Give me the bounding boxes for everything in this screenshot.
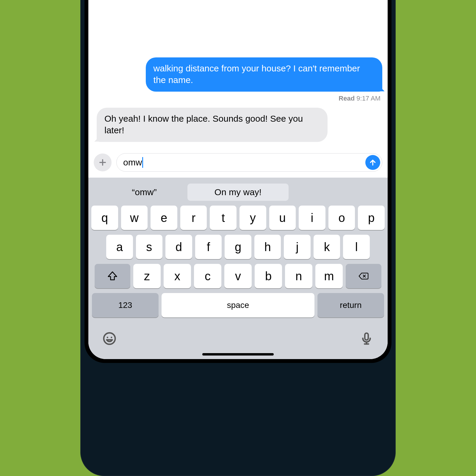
- suggestion-bar: “omw” On my way!: [91, 181, 385, 206]
- key-v[interactable]: v: [224, 264, 252, 288]
- message-sent[interactable]: walking distance from your house? I can'…: [146, 57, 382, 92]
- key-s[interactable]: s: [136, 235, 163, 259]
- backspace-key[interactable]: [346, 264, 381, 288]
- key-e[interactable]: e: [151, 206, 177, 230]
- key-k[interactable]: k: [314, 235, 340, 259]
- key-l[interactable]: l: [343, 235, 370, 259]
- svg-point-1: [107, 337, 108, 338]
- svg-point-0: [104, 333, 115, 344]
- key-f[interactable]: f: [195, 235, 222, 259]
- key-p[interactable]: p: [358, 206, 385, 230]
- phone-bezel: walking distance from your house? I can'…: [84, 0, 392, 363]
- key-y[interactable]: y: [239, 206, 266, 230]
- read-receipt: Read 9:17 AM: [339, 95, 381, 102]
- key-a[interactable]: a: [106, 235, 133, 259]
- key-g[interactable]: g: [225, 235, 251, 259]
- send-button[interactable]: [365, 155, 380, 170]
- svg-rect-3: [365, 333, 368, 340]
- suggestion-literal[interactable]: “omw”: [101, 184, 187, 201]
- message-sent-text: walking distance from your house? I can'…: [154, 63, 360, 84]
- key-u[interactable]: u: [269, 206, 296, 230]
- key-r[interactable]: r: [180, 206, 207, 230]
- key-b[interactable]: b: [255, 264, 282, 288]
- compose-input[interactable]: omw: [123, 157, 365, 168]
- keyboard-row-2: a s d f g h j k l: [91, 235, 385, 259]
- compose-bar: omw: [88, 151, 388, 178]
- emoji-button[interactable]: [103, 332, 116, 347]
- emoji-icon: [103, 332, 116, 345]
- keyboard-row-bottom: 123 space return: [91, 293, 385, 317]
- space-key[interactable]: space: [162, 293, 314, 317]
- keyboard-footer: [88, 325, 388, 349]
- numbers-key[interactable]: 123: [92, 293, 159, 317]
- keyboard: “omw” On my way! q w e r t y u i o p: [88, 178, 388, 325]
- keyboard-row-3: z x c v b n m: [91, 264, 385, 288]
- microphone-icon: [360, 332, 373, 345]
- compose-field[interactable]: omw: [116, 153, 382, 172]
- key-m[interactable]: m: [315, 264, 343, 288]
- message-received-text: Oh yeah! I know the place. Sounds good! …: [104, 114, 303, 135]
- key-d[interactable]: d: [165, 235, 192, 259]
- read-label: Read: [339, 95, 355, 102]
- phone-screen: walking distance from your house? I can'…: [88, 0, 388, 359]
- read-time: 9:17 AM: [356, 95, 381, 102]
- keyboard-footer-wrap: [88, 325, 388, 359]
- key-i[interactable]: i: [299, 206, 325, 230]
- keyboard-rows: q w e r t y u i o p a s d f g h: [91, 206, 385, 317]
- key-c[interactable]: c: [194, 264, 221, 288]
- key-q[interactable]: q: [91, 206, 118, 230]
- suggestion-replacement[interactable]: On my way!: [187, 184, 289, 201]
- key-j[interactable]: j: [284, 235, 311, 259]
- backspace-icon: [358, 270, 369, 282]
- key-z[interactable]: z: [133, 264, 161, 288]
- key-n[interactable]: n: [285, 264, 312, 288]
- key-h[interactable]: h: [254, 235, 281, 259]
- shift-key[interactable]: [95, 264, 130, 288]
- shift-icon: [107, 270, 118, 282]
- arrow-up-icon: [369, 158, 377, 167]
- text-caret: [142, 157, 143, 168]
- conversation-area[interactable]: walking distance from your house? I can'…: [88, 0, 388, 151]
- compose-value: omw: [123, 157, 142, 167]
- message-received[interactable]: Oh yeah! I know the place. Sounds good! …: [97, 108, 328, 142]
- add-button[interactable]: [94, 154, 112, 171]
- key-t[interactable]: t: [210, 206, 237, 230]
- phone-frame: walking distance from your house? I can'…: [80, 0, 396, 476]
- suggestion-empty: [289, 184, 375, 201]
- dictation-button[interactable]: [360, 332, 373, 347]
- key-o[interactable]: o: [328, 206, 355, 230]
- plus-icon: [98, 158, 107, 167]
- key-x[interactable]: x: [164, 264, 191, 288]
- home-indicator[interactable]: [202, 353, 274, 356]
- return-key[interactable]: return: [317, 293, 384, 317]
- key-w[interactable]: w: [121, 206, 148, 230]
- svg-point-2: [111, 337, 112, 338]
- keyboard-row-1: q w e r t y u i o p: [91, 206, 385, 230]
